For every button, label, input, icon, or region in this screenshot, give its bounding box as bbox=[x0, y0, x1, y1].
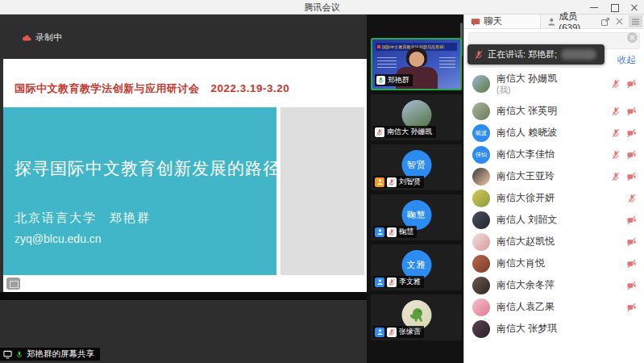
video-tile[interactable]: 鞠慧 鞠慧 bbox=[371, 194, 462, 240]
member-row[interactable]: 晓波 南信人 赖晓波 bbox=[464, 122, 644, 144]
member-name: 南信人 赖晓波 bbox=[497, 127, 557, 139]
tencent-meeting-window: 腾讯会议 录制中 国际中文教育教学法创新与应用研讨会2022.3.19-3.20… bbox=[0, 0, 644, 363]
member-row[interactable]: 南信大 孙姗凯 (我) bbox=[464, 68, 644, 100]
mic-muted-icon bbox=[387, 227, 397, 237]
tile-participant-name: 鞠慧 bbox=[399, 227, 413, 237]
member-row[interactable]: 南信大王亚玲 bbox=[464, 165, 644, 187]
member-row[interactable]: 南信大余冬萍 bbox=[464, 274, 644, 296]
member-name: 南信大 张梦琪 bbox=[497, 323, 557, 335]
slide-dates: 2022.3.19-3.20 bbox=[211, 82, 290, 94]
member-avatar bbox=[472, 75, 490, 93]
camera-off-icon bbox=[626, 215, 637, 225]
member-name: 南信大徐开妍 bbox=[497, 192, 555, 204]
member-row[interactable]: 南信大赵凯悦 bbox=[464, 231, 644, 252]
window-title: 腾讯会议 bbox=[0, 2, 644, 14]
censored-name bbox=[561, 49, 596, 60]
chat-members-panel: 聊天 成员(639) bbox=[463, 15, 644, 363]
speaker-video-tile[interactable]: 国际中文教育教学法创新与应用研讨会 郑艳群 bbox=[371, 38, 462, 90]
mic-muted-icon bbox=[387, 277, 397, 287]
presentation-slide: 国际中文教育教学法创新与应用研讨会2022.3.19-3.20 探寻国际中文教育… bbox=[3, 59, 367, 292]
tab-chat[interactable]: 聊天 bbox=[464, 15, 541, 28]
members-icon bbox=[547, 17, 556, 27]
speaking-now-text: 正在讲话: 郑艳群; bbox=[488, 48, 557, 60]
tile-participant-name: 张缘蕾 bbox=[399, 327, 421, 337]
member-status-icons bbox=[626, 259, 644, 269]
member-status-icons bbox=[626, 302, 644, 312]
window-titlebar: 腾讯会议 bbox=[0, 0, 644, 15]
member-name: 南信大肖悦 bbox=[497, 257, 545, 269]
mic-muted-icon bbox=[611, 79, 621, 89]
camera-off-icon bbox=[626, 302, 637, 312]
member-avatar bbox=[472, 320, 490, 338]
tile-name-label: 南信大 孙姗凯 bbox=[373, 126, 436, 138]
role-badge bbox=[375, 177, 384, 187]
role-badge bbox=[375, 328, 384, 337]
tab-members[interactable]: 成员(639) bbox=[541, 15, 600, 28]
tile-name-label: 张缘蕾 bbox=[373, 326, 424, 338]
member-status-icons bbox=[611, 172, 644, 182]
close-button[interactable] bbox=[629, 2, 639, 12]
maximize-button[interactable] bbox=[609, 2, 619, 12]
member-status-icons bbox=[611, 128, 644, 138]
member-status-icons bbox=[626, 215, 644, 225]
mic-active-icon bbox=[15, 350, 23, 359]
mic-muted-icon bbox=[474, 50, 484, 60]
chat-icon bbox=[471, 17, 480, 27]
slide-header: 国际中文教育教学法创新与应用研讨会2022.3.19-3.20 bbox=[15, 81, 289, 96]
member-avatar bbox=[472, 190, 490, 207]
person-icon bbox=[376, 328, 384, 336]
collapse-link[interactable]: 收起 bbox=[617, 54, 636, 66]
mic-muted-icon bbox=[387, 328, 397, 337]
taskbar-strip bbox=[0, 292, 367, 300]
tile-name-label: 李文雅 bbox=[373, 276, 424, 288]
slide-email: zyq@blcu.edu.cn bbox=[15, 232, 102, 245]
slide-gray-panel bbox=[280, 107, 364, 275]
member-avatar bbox=[472, 211, 490, 229]
member-row[interactable]: 南信大 张梦琪 bbox=[464, 318, 644, 340]
mic-speaking-icon bbox=[376, 76, 385, 85]
recording-label: 录制中 bbox=[35, 31, 62, 44]
member-row[interactable]: 南信人袁乙果 bbox=[464, 296, 644, 318]
floating-toolbar-stub[interactable] bbox=[6, 277, 20, 290]
member-avatar bbox=[472, 233, 490, 251]
tile-name-label: 郑艳群 bbox=[375, 74, 413, 86]
video-tile[interactable]: 南信大 孙姗凯 bbox=[371, 94, 462, 140]
mic-muted-icon bbox=[387, 177, 397, 187]
mic-muted-icon bbox=[611, 150, 621, 160]
member-row[interactable]: 南信大肖悦 bbox=[464, 252, 644, 274]
speaking-now-tooltip: 正在讲话: 郑艳群; bbox=[467, 44, 605, 65]
screen-share-label: 郑艳群的屏幕共享 bbox=[27, 348, 94, 360]
slide-title: 探寻国际中文教育创新发展的路径 bbox=[15, 157, 280, 180]
tile-participant-name: 李文雅 bbox=[399, 277, 421, 287]
member-row[interactable]: 南信大 张英明 bbox=[464, 100, 644, 122]
video-tile[interactable]: 张缘蕾 bbox=[371, 294, 462, 340]
popout-icon[interactable] bbox=[600, 17, 610, 27]
member-row[interactable]: 南信人 刘韶文 bbox=[464, 209, 644, 231]
panel-close-icon[interactable] bbox=[615, 17, 624, 26]
search-clear-icon[interactable] bbox=[627, 32, 638, 43]
camera-off-icon bbox=[626, 150, 637, 160]
video-tile[interactable]: 智贤 刘智贤 bbox=[371, 144, 462, 190]
dinosaur-avatar-icon bbox=[406, 305, 427, 326]
mic-muted-icon bbox=[627, 194, 637, 203]
screen-share-icon bbox=[3, 350, 12, 359]
tile-participant-name: 刘智贤 bbox=[399, 177, 421, 187]
recording-cloud-icon bbox=[22, 34, 31, 42]
mic-muted-icon bbox=[375, 127, 384, 137]
member-row[interactable]: 佳怡 南信大李佳怡 bbox=[464, 144, 644, 165]
camera-off-icon bbox=[626, 106, 637, 116]
member-row[interactable]: 南信大徐开妍 bbox=[464, 187, 644, 209]
tiles-container: 南信大 孙姗凯 智贤 刘智贤 鞠慧 鞠慧 文雅 bbox=[371, 94, 463, 340]
member-status-icons bbox=[627, 194, 644, 203]
member-status-icons bbox=[626, 237, 644, 247]
role-badge bbox=[375, 227, 384, 237]
member-avatar bbox=[472, 277, 490, 294]
panel-menu-button[interactable] bbox=[629, 15, 642, 27]
role-badge bbox=[375, 277, 384, 287]
tile-participant-name: 郑艳群 bbox=[388, 75, 409, 86]
video-thumbnail-strip: 国际中文教育教学法创新与应用研讨会 郑艳群 bbox=[367, 15, 463, 363]
video-tile[interactable]: 文雅 李文雅 bbox=[371, 244, 462, 290]
slide-author: 郑艳群 bbox=[110, 211, 151, 224]
camera-off-icon bbox=[626, 128, 637, 138]
member-status-icons bbox=[611, 79, 644, 89]
